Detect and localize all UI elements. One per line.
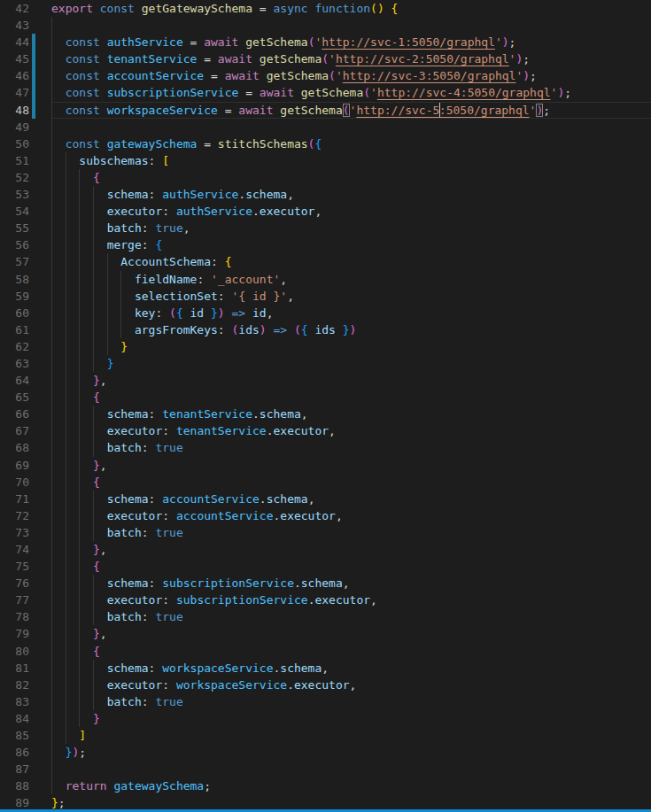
code-token[interactable]: ' <box>336 69 343 82</box>
code-text[interactable]: batch: true <box>51 693 651 710</box>
line-number[interactable]: 50 <box>0 135 29 152</box>
code-line[interactable]: 83 batch: true <box>0 693 651 710</box>
code-token[interactable]: executor <box>107 509 163 522</box>
code-token[interactable]: ( <box>363 86 370 99</box>
code-text[interactable]: }, <box>51 625 651 642</box>
code-text[interactable]: subschemas: [ <box>51 152 651 169</box>
code-token[interactable] <box>294 86 301 99</box>
code-line[interactable]: 74 }, <box>0 541 651 558</box>
code-token[interactable]: [ <box>162 154 169 167</box>
code-text[interactable]: key: ({ id }) => id, <box>51 305 651 321</box>
code-token[interactable]: getSchema <box>245 35 307 49</box>
code-text[interactable]: executor: workspaceService.executor, <box>51 677 651 693</box>
code-token[interactable]: { <box>93 391 100 404</box>
code-token[interactable]: true <box>155 610 182 623</box>
code-token[interactable]: subscriptionService <box>162 576 294 590</box>
code-token[interactable]: executor <box>260 205 315 218</box>
code-token[interactable]: authService <box>176 205 252 218</box>
code-text[interactable]: }, <box>51 372 651 389</box>
code-text[interactable]: AccountSchema: { <box>51 253 651 270</box>
code-token[interactable]: () <box>370 2 384 15</box>
code-token[interactable]: { <box>93 476 100 489</box>
code-token[interactable]: export <box>51 2 93 15</box>
code-token[interactable]: , <box>314 205 322 218</box>
code-token[interactable]: : <box>162 678 176 692</box>
line-number[interactable]: 78 <box>0 608 29 625</box>
line-number[interactable]: 64 <box>0 372 29 389</box>
code-token[interactable]: stitchSchemas <box>218 137 308 151</box>
code-token[interactable] <box>336 323 343 336</box>
code-line[interactable]: 67 executor: tenantService.executor, <box>0 422 651 439</box>
code-token[interactable]: } <box>211 306 218 320</box>
code-text[interactable]: schema: authService.schema, <box>51 186 651 203</box>
code-token[interactable]: gatewaySchema <box>107 137 198 151</box>
code-token[interactable]: subscriptionService <box>107 86 239 99</box>
line-number[interactable]: 61 <box>0 321 29 338</box>
code-token[interactable]: ( <box>169 306 176 320</box>
code-token[interactable] <box>252 52 260 66</box>
code-token[interactable] <box>51 627 93 640</box>
line-number[interactable]: 71 <box>0 491 29 507</box>
code-line[interactable]: 78 batch: true <box>0 608 651 625</box>
line-number[interactable]: 72 <box>0 507 29 524</box>
line-number[interactable]: 58 <box>0 271 29 288</box>
code-text[interactable] <box>51 761 651 777</box>
code-text[interactable]: } <box>51 338 651 355</box>
code-line[interactable]: 87 <box>0 761 651 777</box>
code-token[interactable]: { <box>314 137 322 151</box>
code-token[interactable] <box>51 171 93 184</box>
code-token[interactable]: ) <box>502 35 509 49</box>
code-token[interactable]: '{ id }' <box>232 290 288 303</box>
code-text[interactable]: schema: subscriptionService.schema, <box>51 575 651 592</box>
code-token[interactable]: , <box>100 459 107 472</box>
code-token[interactable]: ; <box>523 52 530 66</box>
code-token[interactable]: : <box>197 273 211 286</box>
code-token[interactable] <box>51 137 66 151</box>
code-line[interactable]: 52 { <box>0 169 651 186</box>
line-number[interactable]: 59 <box>0 288 29 305</box>
code-token[interactable]: { <box>176 306 183 320</box>
code-token[interactable]: , <box>343 576 350 590</box>
line-number[interactable]: 87 <box>0 761 29 777</box>
code-text[interactable]: executor: accountService.executor, <box>51 507 651 524</box>
code-token[interactable]: . <box>252 407 260 421</box>
code-token[interactable] <box>260 69 267 82</box>
code-token[interactable]: : <box>218 290 232 303</box>
code-token[interactable]: await <box>260 86 294 99</box>
code-token[interactable]: batch <box>107 526 142 539</box>
code-token[interactable]: '_account' <box>211 273 280 286</box>
code-token[interactable]: { <box>225 255 232 268</box>
code-line[interactable]: 77 executor: subscriptionService.executo… <box>0 592 651 608</box>
code-token[interactable] <box>51 459 93 472</box>
code-token[interactable]: } <box>120 340 128 353</box>
code-token[interactable]: , <box>301 407 308 421</box>
code-token[interactable]: accountService <box>176 509 274 522</box>
code-token[interactable]: ; <box>530 69 537 82</box>
line-number[interactable]: 42 <box>0 0 29 17</box>
code-token[interactable]: : <box>149 576 163 590</box>
code-token[interactable]: , <box>350 678 357 692</box>
code-token[interactable]: ; <box>509 35 516 49</box>
code-token[interactable] <box>51 374 93 387</box>
line-number[interactable]: 46 <box>0 67 29 84</box>
code-line[interactable]: 73 batch: true <box>0 524 651 541</box>
code-token[interactable]: } <box>343 323 350 336</box>
code-token[interactable]: await <box>225 69 260 82</box>
code-token[interactable]: ' <box>495 35 502 49</box>
code-text[interactable]: const authService = await getSchema('htt… <box>51 34 651 50</box>
code-line[interactable]: 59 selectionSet: '{ id }', <box>0 288 651 305</box>
code-token[interactable]: executor <box>280 509 336 522</box>
code-token[interactable]: { <box>93 645 100 658</box>
code-token[interactable]: : <box>142 610 156 623</box>
code-token[interactable]: : <box>218 323 232 336</box>
code-text[interactable]: const gatewaySchema = stitchSchemas({ <box>51 135 651 152</box>
line-number[interactable]: 81 <box>0 660 29 677</box>
code-token[interactable]: : <box>142 441 156 454</box>
code-line[interactable]: 46 const accountService = await getSchem… <box>0 67 651 84</box>
code-token[interactable] <box>204 306 211 320</box>
code-token[interactable]: executor <box>107 593 163 607</box>
code-token[interactable]: schema <box>107 492 149 506</box>
code-line[interactable]: 50 const gatewaySchema = stitchSchemas({ <box>0 135 651 152</box>
code-token[interactable]: , <box>370 593 377 607</box>
code-line[interactable]: 65 { <box>0 389 651 406</box>
